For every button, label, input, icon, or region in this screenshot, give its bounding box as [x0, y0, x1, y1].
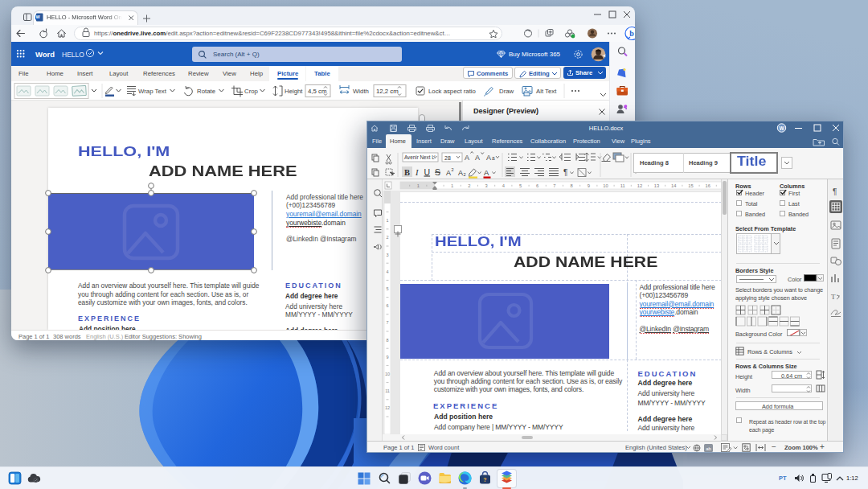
svg-text:I: I [415, 168, 419, 177]
svg-text:A: A [446, 169, 451, 177]
svg-text:2: 2 [464, 172, 466, 177]
svg-text:3: 3 [485, 183, 487, 188]
svg-text:Avenir Next L’: Avenir Next L’ [404, 154, 436, 160]
svg-text:6: 6 [536, 183, 538, 188]
svg-text:1: 1 [417, 183, 420, 188]
svg-text:A: A [484, 168, 489, 177]
svg-text:13: 13 [654, 183, 659, 188]
svg-text:2: 2 [386, 235, 388, 240]
svg-text:HELLO.docx: HELLO.docx [589, 125, 624, 132]
svg-text:2: 2 [452, 167, 454, 172]
svg-text:a: a [492, 155, 495, 161]
svg-text:11: 11 [385, 388, 390, 393]
svg-text:9: 9 [588, 183, 590, 188]
svg-text:Crop: Crop [244, 88, 259, 95]
svg-text:Alt Text: Alt Text [536, 88, 557, 95]
svg-text:12: 12 [385, 405, 390, 410]
svg-text:B: B [404, 168, 410, 177]
svg-text:7: 7 [553, 183, 555, 188]
svg-text:T: T [831, 293, 836, 301]
svg-text:12: 12 [637, 183, 642, 188]
svg-text:Rotate: Rotate [197, 88, 215, 95]
svg-text:10: 10 [603, 183, 608, 188]
svg-text:12,2 cm: 12,2 cm [376, 88, 399, 95]
svg-text:5: 5 [519, 183, 522, 188]
svg-text:A: A [465, 154, 469, 162]
svg-text:W: W [779, 125, 784, 131]
svg-text:9: 9 [386, 355, 388, 360]
svg-text:¶: ¶ [563, 168, 567, 177]
svg-text:28: 28 [444, 155, 451, 161]
svg-text:Height: Height [285, 88, 303, 95]
svg-text:Lock aspect ratio: Lock aspect ratio [428, 88, 477, 95]
svg-text:4,5 cm: 4,5 cm [308, 88, 326, 95]
svg-text:8: 8 [386, 338, 388, 343]
svg-text:1: 1 [451, 183, 453, 188]
svg-text:7: 7 [386, 320, 388, 325]
svg-text:b: b [629, 29, 634, 38]
svg-text:W: W [35, 14, 40, 19]
svg-text:10: 10 [385, 372, 390, 376]
svg-text:¶: ¶ [833, 187, 837, 196]
svg-text:16: 16 [705, 183, 710, 188]
svg-text:ab: ab [706, 446, 711, 450]
svg-text:5: 5 [386, 286, 388, 291]
svg-text:4: 4 [386, 269, 388, 274]
svg-text:S: S [435, 167, 440, 177]
svg-text:Wrap Text: Wrap Text [138, 88, 167, 95]
svg-text:15: 15 [688, 183, 693, 188]
svg-text:U: U [424, 167, 431, 177]
svg-text:Width: Width [353, 88, 369, 95]
svg-text:6: 6 [386, 303, 388, 308]
svg-text:2: 2 [468, 183, 470, 188]
svg-text:Draw: Draw [499, 88, 514, 95]
svg-text:11: 11 [620, 183, 625, 188]
svg-text:A: A [486, 154, 491, 162]
svg-text:14: 14 [671, 183, 677, 188]
svg-text:A: A [475, 154, 480, 162]
svg-text:?: ? [483, 477, 486, 483]
svg-text:A: A [458, 169, 463, 177]
svg-text:1: 1 [386, 218, 388, 223]
svg-text:3: 3 [386, 253, 388, 257]
svg-text:8: 8 [570, 183, 572, 188]
